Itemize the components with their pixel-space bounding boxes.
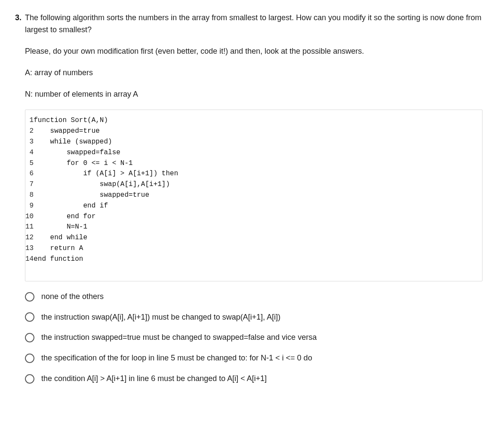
code-line: 5 for 0 <= i < N-1	[25, 158, 178, 169]
code-line: 11 N=N-1	[25, 222, 178, 232]
code-source: for 0 <= i < N-1	[34, 158, 178, 169]
code-source: if (A[i] > A[i+1]) then	[34, 168, 178, 179]
line-number: 5	[25, 158, 34, 169]
line-number: 4	[25, 147, 34, 158]
code-source: swap(A[i],A[i+1])	[34, 179, 178, 190]
line-number: 8	[25, 190, 34, 201]
code-line: 9 end if	[25, 201, 178, 211]
line-number: 12	[25, 232, 34, 243]
code-source: end while	[34, 232, 178, 243]
code-line: 8 swapped=true	[25, 190, 178, 201]
line-number: 11	[25, 222, 34, 232]
choice-label: the specification of the for loop in lin…	[41, 352, 482, 364]
line-number: 3	[25, 137, 34, 147]
line-number: 13	[25, 243, 34, 254]
radio-icon[interactable]	[25, 312, 34, 322]
code-source: function Sort(A,N)	[34, 115, 178, 126]
code-source: swapped=false	[34, 147, 178, 158]
radio-icon[interactable]	[25, 354, 34, 363]
choice-item[interactable]: the instruction swapped=true must be cha…	[25, 332, 482, 344]
code-source: end function	[34, 254, 178, 265]
code-line: 3 while (swapped)	[25, 137, 178, 147]
line-number: 10	[25, 211, 34, 222]
question-instruction: Please, do your own modification first (…	[25, 46, 482, 58]
choice-label: none of the others	[41, 291, 482, 303]
line-number: 6	[25, 168, 34, 179]
code-source: while (swapped)	[34, 137, 178, 147]
line-number: 14	[25, 254, 34, 265]
choice-item[interactable]: none of the others	[25, 291, 482, 303]
line-number: 2	[25, 126, 34, 137]
answer-choices: none of the others the instruction swap(…	[25, 291, 482, 385]
choice-item[interactable]: the instruction swap(A[i], A[i+1]) must …	[25, 311, 482, 323]
code-line: 4 swapped=false	[25, 147, 178, 158]
code-line: 14 end function	[25, 254, 178, 265]
choice-item[interactable]: the condition A[i] > A[i+1] in line 6 mu…	[25, 373, 482, 385]
definition-a: A: array of numbers	[25, 67, 482, 79]
line-number: 7	[25, 179, 34, 190]
definition-n: N: number of elements in array A	[25, 88, 482, 101]
code-source: swapped=true	[34, 126, 178, 137]
code-line: 10 end for	[25, 211, 178, 222]
radio-icon[interactable]	[25, 333, 34, 342]
code-source: end for	[34, 211, 178, 222]
choice-label: the condition A[i] > A[i+1] in line 6 mu…	[41, 373, 482, 385]
question-number: 3.	[9, 12, 25, 24]
code-line: 2 swapped=true	[25, 126, 178, 137]
question-prompt: The following algorithm sorts the number…	[25, 12, 482, 36]
code-line: 13 return A	[25, 243, 178, 254]
question-body: The following algorithm sorts the number…	[25, 12, 482, 394]
choice-item[interactable]: the specification of the for loop in lin…	[25, 352, 482, 364]
radio-icon[interactable]	[25, 292, 34, 302]
code-source: return A	[34, 243, 178, 254]
code-line: 1 function Sort(A,N)	[25, 115, 178, 126]
code-source: end if	[34, 201, 178, 211]
choice-label: the instruction swapped=true must be cha…	[41, 332, 482, 344]
line-number: 1	[25, 115, 34, 126]
code-block: 1 function Sort(A,N) 2 swapped=true 3 wh…	[25, 110, 482, 281]
code-source: swapped=true	[34, 190, 178, 201]
code-line: 7 swap(A[i],A[i+1])	[25, 179, 178, 190]
code-line: 12 end while	[25, 232, 178, 243]
radio-icon[interactable]	[25, 374, 34, 384]
line-number: 9	[25, 201, 34, 211]
choice-label: the instruction swap(A[i], A[i+1]) must …	[41, 311, 482, 323]
code-source: N=N-1	[34, 222, 178, 232]
code-line: 6 if (A[i] > A[i+1]) then	[25, 168, 178, 179]
question-container: 3. The following algorithm sorts the num…	[0, 0, 504, 411]
